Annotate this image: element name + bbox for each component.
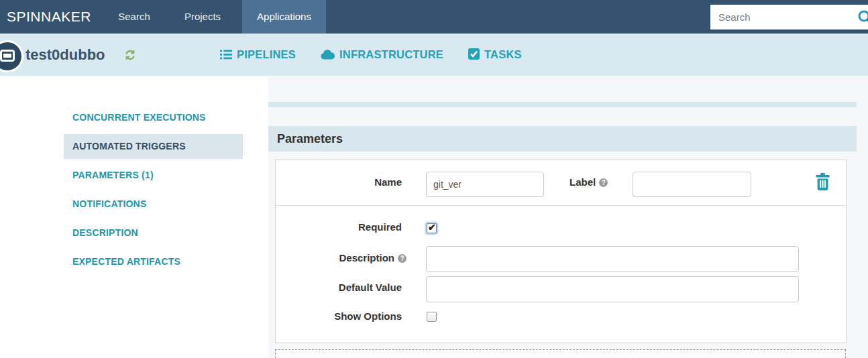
sidebar-item-automated-triggers[interactable]: AUTOMATED TRIGGERS [64,134,243,159]
label-help-icon[interactable] [599,178,608,187]
tab-infrastructure[interactable]: INFRASTRUCTURE [321,34,443,76]
search-icon[interactable] [857,9,868,28]
nav-item-applications[interactable]: Applications [242,0,326,34]
top-navbar: SPINNAKER Search Projects Applications [0,0,868,34]
parameter-card: Name Label Required Description Default … [275,160,847,343]
delete-parameter-button[interactable] [815,173,831,192]
tab-tasks[interactable]: TASKS [468,34,522,76]
application-title: test0dubbo [25,34,105,76]
sidebar-item-description[interactable]: DESCRIPTION [64,221,243,245]
config-sidebar: CONCURRENT EXECUTIONS AUTOMATED TRIGGERS… [64,105,243,278]
add-parameter-dropzone[interactable] [275,349,846,358]
nav-item-projects[interactable]: Projects [176,0,229,34]
name-input[interactable] [426,172,544,197]
sidebar-item-expected-artifacts[interactable]: EXPECTED ARTIFACTS [64,249,243,274]
parameters-section-title: Parameters [268,126,857,152]
trash-icon [815,173,830,191]
global-search-input[interactable] [710,5,868,29]
cloud-icon [321,50,335,60]
spinnaker-logo[interactable]: SPINNAKER [7,0,91,34]
sidebar-item-notifications[interactable]: NOTIFICATIONS [64,192,243,217]
section-divider-bar [268,102,857,107]
list-icon [220,50,232,60]
nav-item-search[interactable]: Search [107,0,161,34]
label-label: Label [569,176,608,188]
row-divider [276,205,846,206]
window-glyph [0,50,15,62]
global-search [710,5,868,29]
show-options-checkbox[interactable] [427,312,437,322]
default-value-label: Default Value [276,282,402,293]
description-input[interactable] [426,246,799,272]
description-help-icon[interactable] [398,254,406,263]
description-label: Description [276,252,406,263]
refresh-icon[interactable] [124,49,136,61]
tab-pipelines[interactable]: PIPELINES [220,34,296,76]
required-label: Required [276,221,402,233]
sidebar-item-parameters[interactable]: PARAMETERS (1) [64,163,243,188]
sidebar-item-concurrent-executions[interactable]: CONCURRENT EXECUTIONS [64,105,243,130]
label-input[interactable] [633,172,751,197]
default-value-input[interactable] [426,276,799,302]
required-checkbox[interactable] [427,223,437,233]
name-label: Name [276,176,402,188]
tasks-icon [468,48,480,60]
show-options-label: Show Options [276,310,402,322]
